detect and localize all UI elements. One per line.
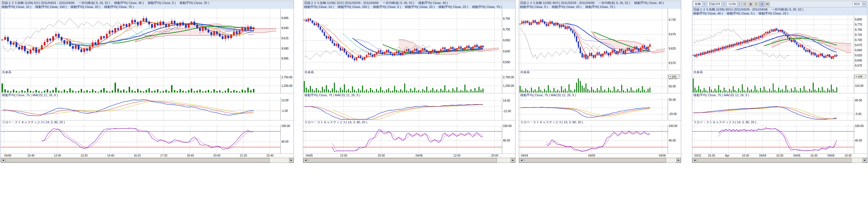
- volume-chart[interactable]: 120.0050.00× 100: [519, 74, 681, 93]
- svg-text:40.00: 40.00: [855, 99, 862, 102]
- contract-select[interactable]: 11/06 ▼: [727, 2, 742, 6]
- svg-text:9,800: 9,800: [855, 18, 862, 21]
- horizontal-scrollbar[interactable]: ◀ ▶: [519, 158, 681, 163]
- time-label: 16:30: [742, 154, 749, 157]
- scroll-track[interactable]: [697, 158, 863, 163]
- scroll-left-button[interactable]: ◀: [1, 158, 5, 163]
- macd-chart[interactable]: 40.00-5.00: [692, 97, 867, 120]
- market-select-value: 先物: [694, 2, 701, 6]
- scroll-track[interactable]: [5, 158, 289, 163]
- scroll-thumb[interactable]: [698, 158, 851, 163]
- chart-title: 日経２２５先物 11/06( 15分) 2011/03/29 - 2011/04…: [304, 1, 514, 5]
- time-label: 17:20: [160, 154, 167, 157]
- time-label: 04/06: [415, 154, 423, 157]
- macd-section-label: 移動平均( Close, 75 ) MACD( 12, 26, 9 ): [303, 93, 515, 97]
- svg-text:100.00: 100.00: [669, 125, 678, 128]
- svg-text:9,665: 9,665: [281, 16, 288, 20]
- time-axis: 04/0404/0504/06: [519, 153, 681, 158]
- scroll-thumb[interactable]: [524, 158, 666, 163]
- scroll-left-button[interactable]: ◀: [303, 158, 308, 163]
- price-chart[interactable]: 9,7509,7009,6509,6009,550: [303, 9, 515, 70]
- scroll-right-button[interactable]: ▶: [510, 158, 515, 163]
- svg-text:9,640: 9,640: [281, 27, 288, 30]
- chart-overlay-list: 移動平均( Close, 5 ) 移動平均( Close, 25 ) 移動平均(…: [520, 5, 680, 9]
- scroll-right-button[interactable]: ▶: [863, 158, 867, 163]
- macd-chart[interactable]: 14.00-12.00: [303, 97, 515, 120]
- time-label: 18:40: [187, 154, 194, 157]
- svg-text:9,700: 9,700: [503, 28, 510, 31]
- scroll-track[interactable]: [524, 158, 676, 163]
- svg-text:9,750: 9,750: [503, 17, 510, 20]
- chart-title: 日経２２５先物 11/06( 5分) 2011/04/01 - 2011/04/…: [2, 1, 293, 5]
- period-button-day[interactable]: 日: [742, 2, 747, 6]
- stoch-section-label: スロー・ストキャスティクス( 14, 3, 80, 20 ): [1, 120, 293, 125]
- contract-select-value: 11/06: [728, 2, 736, 6]
- symbol-select[interactable]: 日経225 ▼: [707, 2, 726, 6]
- period-button-minute[interactable]: 分: [760, 2, 764, 6]
- horizontal-scrollbar[interactable]: ◀ ▶: [1, 158, 293, 163]
- scroll-left-button[interactable]: ◀: [519, 158, 524, 163]
- chart-window-15min: 日経２２５先物 11/06( 15分) 2011/03/29 - 2011/04…: [303, 1, 516, 163]
- svg-text:9,565: 9,565: [281, 57, 288, 60]
- chart-overlay-list: 移動平均( Close, 10 ) 移動平均( Close, 150 ) 移動平…: [2, 5, 293, 9]
- svg-text:9,575: 9,575: [855, 64, 862, 67]
- scroll-right-button[interactable]: ▶: [289, 158, 293, 163]
- svg-text:-5.00: -5.00: [855, 112, 862, 115]
- volume-section-label: 出来高: [519, 70, 681, 74]
- chevron-down-icon[interactable]: ▼: [702, 2, 706, 6]
- stochastics-chart[interactable]: 100.0045.00: [303, 125, 515, 153]
- time-label: 16:30: [776, 154, 783, 157]
- period-button-week[interactable]: 週: [748, 2, 753, 6]
- svg-text:100.00: 100.00: [503, 125, 512, 128]
- macd-chart[interactable]: 25.00-20.00: [519, 97, 681, 120]
- macd-chart[interactable]: 13.00-1.00: [1, 97, 293, 120]
- scroll-left-button[interactable]: ◀: [692, 158, 697, 163]
- svg-text:9,625: 9,625: [855, 54, 862, 57]
- svg-text:9,675: 9,675: [669, 33, 676, 36]
- svg-text:× 100: × 100: [856, 75, 862, 78]
- timeframe-select[interactable]: 60分 ▼: [852, 2, 866, 6]
- time-axis: 03/3116:30Apr16:3004/0416:3004/0516:3004…: [692, 153, 867, 158]
- chart-window-5min: 日経２２５先物 11/06( 5分) 2011/04/01 - 2011/04/…: [1, 1, 294, 163]
- period-button-hour[interactable]: 時: [765, 2, 770, 6]
- svg-text:25.00: 25.00: [669, 98, 676, 101]
- chart-overlay-list: 移動平均( Close, 40 ) 移動平均( Close, 5 ) 移動平均(…: [693, 11, 866, 15]
- time-label: 04/06: [827, 154, 834, 157]
- svg-text:-20.00: -20.00: [669, 112, 677, 115]
- svg-text:50.00: 50.00: [669, 85, 676, 88]
- svg-text:× 100: × 100: [670, 75, 676, 78]
- stochastics-chart[interactable]: 100.0045.00: [692, 125, 867, 153]
- horizontal-scrollbar[interactable]: ◀ ▶: [303, 158, 515, 163]
- time-label: 21:20: [240, 154, 247, 157]
- volume-section-label: 出来高: [692, 70, 867, 74]
- scroll-thumb[interactable]: [6, 158, 270, 163]
- stoch-section-label: スロー・ストキャスティクス( 14, 3, 80, 20 ): [519, 120, 681, 125]
- time-label: 12:00: [54, 154, 61, 157]
- svg-text:1,200.00: 1,200.00: [503, 84, 514, 88]
- scroll-thumb[interactable]: [308, 158, 497, 163]
- stochastics-chart[interactable]: 100.0040.00: [1, 125, 293, 153]
- time-label: 04/06: [659, 154, 666, 157]
- volume-chart[interactable]: 255.00110.00× 100: [692, 74, 867, 93]
- price-chart[interactable]: 9,6659,6409,6159,5909,565: [1, 9, 293, 70]
- chart-title: 日経２２５先物 11/06( 30分) 2011/03/29 - 2011/04…: [520, 1, 680, 5]
- period-button-month[interactable]: 月: [754, 2, 758, 6]
- volume-section-label: 出来高: [303, 70, 515, 74]
- scroll-track[interactable]: [308, 158, 510, 163]
- price-chart[interactable]: 9,8009,7759,7509,7259,7009,6759,6509,625…: [692, 15, 867, 70]
- chevron-down-icon[interactable]: ▼: [862, 2, 866, 6]
- svg-text:9,675: 9,675: [855, 43, 862, 47]
- volume-chart[interactable]: 2,750.001,200.00: [303, 74, 515, 93]
- scroll-right-button[interactable]: ▶: [676, 158, 681, 163]
- volume-chart[interactable]: 2,750.001,200.00: [1, 74, 293, 93]
- horizontal-scrollbar[interactable]: ◀ ▶: [692, 158, 867, 163]
- svg-text:13.00: 13.00: [281, 99, 288, 102]
- chevron-down-icon[interactable]: ▼: [721, 2, 725, 6]
- chevron-down-icon[interactable]: ▼: [737, 2, 741, 6]
- price-chart[interactable]: 9,7259,6759,6259,575: [519, 9, 681, 70]
- chart-title: 日経２２５先物 11/06( 60分) 2011/03/29 - 2011/04…: [693, 7, 866, 11]
- stochastics-chart[interactable]: 100.0045.00: [519, 125, 681, 153]
- market-select[interactable]: 先物 ▼: [693, 2, 707, 6]
- symbol-select-value: 日経225: [709, 2, 720, 6]
- svg-text:9,650: 9,650: [503, 39, 510, 42]
